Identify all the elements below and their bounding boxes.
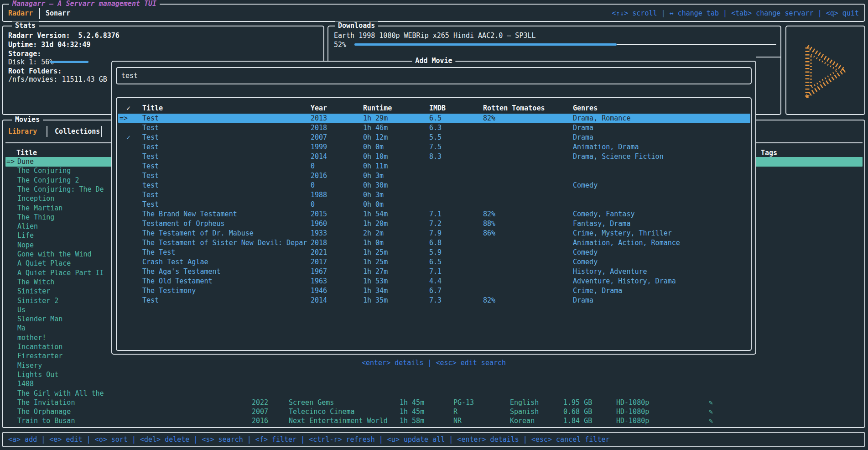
result-year-cell: 0 [311,181,315,190]
movie-quality-cell: HD-1080p [616,398,649,407]
movie-list-item[interactable]: Us [17,305,26,314]
tab-separator [47,126,47,137]
movie-year-cell: 2007 [252,407,268,416]
result-title-cell: Test [142,200,159,209]
managarr-app: Managarr – A Servarr management TUI Rada… [0,0,868,450]
result-runtime-cell: 1h 35m [363,296,388,305]
movie-list-item[interactable]: Inception [17,194,54,203]
movie-runtime-cell: 1h 45m [400,407,424,416]
result-title-cell: Test [142,123,159,132]
result-imdb-cell: 5.9 [429,248,442,257]
results-column-header: Year [311,104,327,113]
movie-list-item[interactable]: The Conjuring [17,166,71,175]
movie-list-item[interactable]: The Invitation [17,398,75,407]
movie-list-item[interactable]: Life [17,231,34,240]
result-runtime-cell: 1h 0m [363,238,384,247]
search-input-value: test [121,71,138,80]
tab-radarr[interactable]: Radarr [8,9,33,18]
result-year-cell: 1933 [311,229,327,238]
movie-list-item[interactable]: Ma [17,324,26,333]
result-imdb-cell: 7.1 [429,209,442,219]
movie-list-item[interactable]: The Martian [17,204,62,213]
result-runtime-cell: 2h 2m [363,229,384,238]
movie-list-item[interactable]: The Girl with All the [17,389,104,398]
result-genres-cell: Drama, Science Fiction [573,152,664,161]
movie-list-item[interactable]: A Quiet Place [17,259,71,268]
movie-language-cell: Korean [510,416,535,425]
movie-list-item: Dune [17,157,34,166]
movie-language-cell: English [510,398,539,407]
result-imdb-cell: 6.3 [429,123,442,132]
movie-list-item[interactable]: mother! [17,333,46,342]
movie-list-item[interactable]: Alien [17,222,38,231]
result-genres-cell: History, Adventure [573,267,647,276]
result-runtime-cell: 0h 10m [363,152,388,161]
movie-list-item[interactable]: Incantation [17,342,62,351]
column-header-title: Title [16,148,37,157]
movie-list-item[interactable]: Nope [17,241,34,250]
movie-list-item[interactable]: A Quiet Place Part II [17,268,104,277]
add-movie-box: Add Movie test ✓TitleYearRuntimeIMDBRott… [111,61,756,355]
movie-quality-cell: HD-1080p [616,407,649,416]
result-runtime-cell: 1h 29m [363,114,388,123]
movie-list-item[interactable]: The Witch [17,277,54,287]
movie-list-item[interactable]: Misery [17,361,42,370]
result-runtime-cell: 1h 25m [363,257,388,267]
result-genres-cell: Fantasy, Drama [573,219,630,228]
result-rotten-tomatoes-cell: 86% [483,229,495,238]
result-imdb-cell: 7.2 [429,219,442,228]
tab-collections[interactable]: Collections [55,127,100,136]
result-year-cell: 0 [311,162,315,171]
movie-list-item[interactable]: Sinister 2 [17,296,58,305]
movie-list-item[interactable]: The Orphanage [17,407,71,416]
result-title-cell: Test [142,296,159,305]
result-title-cell: The Test [142,248,175,257]
result-year-cell: 1999 [311,142,327,152]
result-runtime-cell: 1h 34m [363,286,388,295]
movie-list-item[interactable]: Train to Busan [17,416,75,425]
result-imdb-cell: 7.1 [429,267,442,276]
movie-list-item[interactable]: Gone with the Wind [17,250,92,259]
tab-library[interactable]: Library [8,127,37,136]
result-title-cell: test [142,181,159,190]
movie-list-item[interactable]: The Conjuring: The De [17,185,104,194]
result-title-cell: Test [142,142,159,152]
result-year-cell: 2013 [311,114,327,123]
results-column-header: Runtime [363,104,392,113]
footer-keybind-hints: <a> add | <e> edit | <o> sort | <del> de… [8,435,610,444]
result-genres-cell: Animation, Drama [573,142,639,152]
result-genres-cell: Drama [573,123,593,132]
result-imdb-cell: 8.3 [429,152,442,161]
movie-list-item[interactable]: 1408 [17,379,34,388]
selection-arrow: => [120,114,128,123]
result-genres-cell: Crime, Drama [573,286,622,295]
result-runtime-cell: 1h 46m [363,123,388,132]
result-runtime-cell: 1h 54m [363,209,388,219]
column-header-tags: Tags [761,148,777,157]
movie-list-item[interactable]: The Thing [17,213,54,222]
search-input[interactable]: test [116,67,752,84]
result-title-cell: Test [142,152,159,161]
result-year-cell: 1963 [311,277,327,286]
titlebar-panel: Managarr – A Servarr management TUI Rada… [2,4,865,22]
modal-keybind-hints: <enter> details | <esc> edit search [111,358,756,367]
movie-list-item[interactable]: Firestarter [17,351,62,361]
result-runtime-cell: 1h 20m [363,219,388,228]
result-imdb-cell: 6.7 [429,286,442,295]
result-rotten-tomatoes-cell: 82% [483,209,495,219]
result-imdb-cell: 7.9 [429,229,442,238]
result-year-cell: 2016 [311,171,327,180]
disk-usage-gauge [50,61,88,63]
result-year-cell: 1946 [311,286,327,295]
tab-sonarr[interactable]: Sonarr [46,9,70,18]
monitored-icon: ✎ [709,416,713,425]
movie-studio-cell: Next Entertainment World [289,416,388,425]
result-year-cell: 1988 [311,190,327,199]
movie-list-item[interactable]: The Conjuring 2 [17,176,79,185]
uptime: Uptime: 31d 04:32:49 [8,40,91,49]
result-year-cell: 1967 [311,267,327,276]
movie-size-cell: 1.95 GB [563,398,592,407]
movie-list-item[interactable]: Sinister [17,287,50,296]
movie-list-item[interactable]: Lights Out [17,370,58,379]
movie-list-item[interactable]: Slender Man [17,314,62,324]
